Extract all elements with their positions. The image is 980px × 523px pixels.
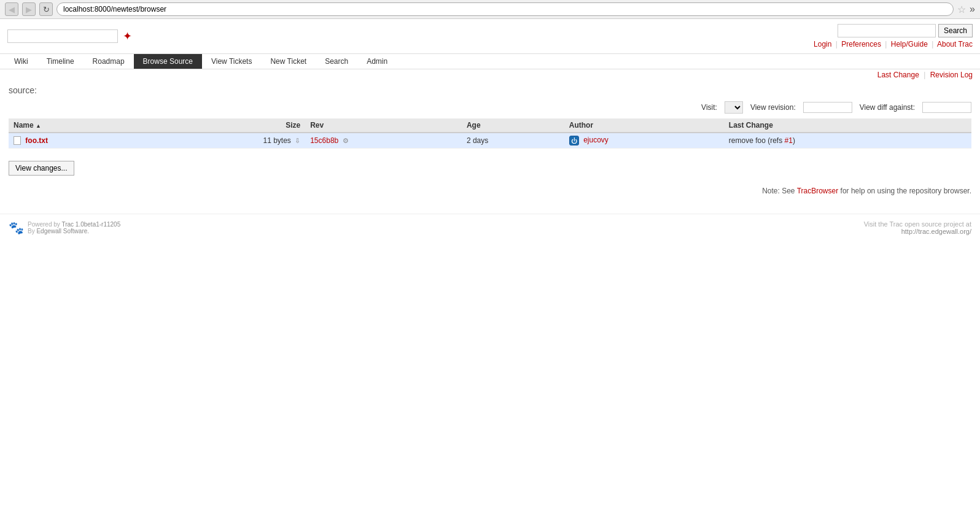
nav-roadmap[interactable]: Roadmap	[84, 54, 134, 69]
address-bar[interactable]	[56, 2, 954, 16]
main-search-input[interactable]	[838, 24, 936, 37]
rev-link[interactable]: 15c6b8b	[310, 136, 338, 145]
trac-footer: 🐾 Powered by Trac 1.0beta1-r11205 By Edg…	[0, 214, 980, 241]
back-button[interactable]: ◀	[5, 2, 18, 16]
file-author: ejucovy	[564, 133, 724, 149]
nav-admin[interactable]: Admin	[357, 54, 397, 69]
note-section: Note: See TracBrowser for help on using …	[0, 180, 980, 201]
trac-url-link[interactable]: http://trac.edgewall.org/	[901, 228, 971, 235]
secondary-nav: Last Change | Revision Log	[0, 69, 980, 80]
footer-left: 🐾 Powered by Trac 1.0beta1-r11205 By Edg…	[9, 220, 120, 235]
file-size: 11 bytes ⇩	[152, 133, 305, 149]
visit-label: Visit:	[701, 103, 717, 112]
trac-top-right: Search Login | Preferences | Help/Guide …	[814, 24, 973, 48]
annotate-icon[interactable]: ⚙	[343, 137, 349, 144]
tracbrowser-link[interactable]: TracBrowser	[797, 187, 839, 195]
col-size: Size	[152, 118, 305, 133]
view-revision-label: View revision:	[750, 103, 796, 112]
view-diff-input[interactable]	[922, 102, 971, 113]
download-icon[interactable]: ⇩	[295, 137, 300, 144]
file-link[interactable]: foo.txt	[25, 136, 48, 145]
more-tools-icon[interactable]: »	[970, 4, 975, 15]
file-icon	[14, 136, 21, 145]
view-revision-input[interactable]	[803, 102, 852, 113]
powered-by-label: Powered by Trac 1.0beta1-r11205	[28, 221, 120, 228]
trac-powered-info: Powered by Trac 1.0beta1-r11205 By Edgew…	[28, 221, 120, 234]
about-trac-link[interactable]: About Trac	[937, 40, 973, 48]
file-name-cell: foo.txt	[9, 133, 152, 149]
main-nav: Wiki Timeline Roadmap Browse Source View…	[0, 53, 980, 69]
table-header-row: Name ▲ Size Rev Age Author Last Change	[9, 118, 971, 133]
trac-paw-icon: 🐾	[9, 220, 24, 235]
login-link[interactable]: Login	[814, 40, 831, 48]
footer-right: Visit the Trac open source project at ht…	[864, 220, 971, 235]
visit-select[interactable]	[725, 101, 743, 114]
col-last-change: Last Change	[724, 118, 971, 133]
browser-chrome: ◀ ▶ ↻ ☆ »	[0, 0, 980, 19]
note-label: Note:	[762, 187, 780, 195]
col-rev: Rev	[305, 118, 462, 133]
col-author: Author	[564, 118, 724, 133]
search-row: Search	[838, 24, 973, 37]
file-age: 2 days	[462, 133, 564, 149]
view-changes-area: View changes...	[9, 155, 971, 176]
preferences-link[interactable]: Preferences	[841, 40, 881, 48]
revision-log-link[interactable]: Revision Log	[930, 71, 973, 79]
divider: |	[931, 40, 933, 48]
nav-view-tickets[interactable]: View Tickets	[202, 54, 261, 69]
edgewall-link[interactable]: Edgewall Software.	[36, 228, 89, 234]
bookmark-star-icon[interactable]: ☆	[957, 4, 966, 15]
controls-row: Visit: View revision: View diff against:	[9, 101, 971, 114]
table-row: foo.txt 11 bytes ⇩ 15c6b8b ⚙ 2 days ejuc…	[9, 133, 971, 149]
trac-top-links: Login | Preferences | Help/Guide | About…	[814, 40, 973, 48]
forward-button[interactable]: ▶	[22, 2, 36, 16]
nav-search[interactable]: Search	[316, 54, 357, 69]
nav-timeline[interactable]: Timeline	[37, 54, 84, 69]
author-icon	[569, 136, 579, 145]
visit-text: Visit the Trac open source project at	[864, 220, 971, 228]
nav-browse-source[interactable]: Browse Source	[134, 54, 202, 69]
author-link[interactable]: ejucovy	[583, 136, 609, 144]
file-last-change: remove foo (refs #1)	[724, 133, 971, 149]
trac-version-link[interactable]: Trac 1.0beta1-r11205	[61, 221, 120, 228]
page-content: source: Visit: View revision: View diff …	[0, 80, 980, 180]
file-rev: 15c6b8b ⚙	[305, 133, 462, 149]
trac-logo: 🐾 Powered by Trac 1.0beta1-r11205 By Edg…	[9, 220, 120, 235]
nav-new-ticket[interactable]: New Ticket	[261, 54, 316, 69]
trac-logo-area: ✦	[7, 29, 132, 43]
search-button[interactable]: Search	[938, 24, 973, 37]
refresh-button[interactable]: ↻	[39, 2, 53, 16]
view-diff-label: View diff against:	[860, 103, 915, 112]
trac-header: ✦ Search Login | Preferences | Help/Guid…	[0, 19, 980, 53]
divider: |	[836, 40, 838, 48]
by-label: By Edgewall Software.	[28, 228, 120, 234]
sort-name-link[interactable]: Name ▲	[14, 121, 41, 130]
trac-small-icon: ✦	[123, 29, 132, 43]
file-table: Name ▲ Size Rev Age Author Last Change f…	[9, 118, 971, 149]
ticket-link[interactable]: #1	[785, 136, 793, 145]
top-search-input[interactable]	[7, 29, 118, 43]
last-change-link[interactable]: Last Change	[877, 71, 919, 79]
nav-wiki[interactable]: Wiki	[5, 54, 37, 69]
col-name: Name ▲	[9, 118, 152, 133]
col-age: Age	[462, 118, 564, 133]
help-guide-link[interactable]: Help/Guide	[891, 40, 928, 48]
page-heading: source:	[9, 85, 971, 95]
note-suffix: for help on using the repository browser…	[841, 187, 971, 195]
divider: |	[924, 71, 925, 79]
divider: |	[885, 40, 887, 48]
view-changes-button[interactable]: View changes...	[9, 161, 74, 176]
